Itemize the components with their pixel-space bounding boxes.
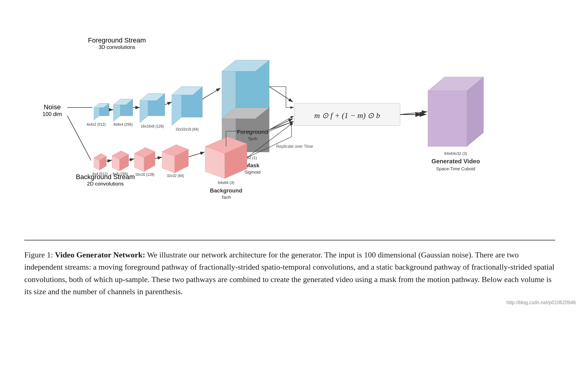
svg-text:Generated Video: Generated Video (431, 158, 480, 165)
svg-line-86 (400, 112, 427, 114)
svg-text:4x4x2 (512): 4x4x2 (512) (86, 122, 106, 127)
svg-line-72 (188, 152, 204, 157)
svg-line-66 (269, 87, 293, 102)
svg-text:Mask: Mask (245, 162, 260, 168)
svg-line-71 (155, 157, 162, 158)
svg-line-67 (269, 119, 293, 130)
svg-text:16x16 (128): 16x16 (128) (135, 172, 154, 177)
svg-text:32x32 (64): 32x32 (64) (167, 174, 184, 178)
watermark: http://blog.csdn.net/p010620946 (506, 300, 576, 305)
caption-area: Figure 1: Video Generator Network: We il… (24, 240, 555, 298)
svg-line-69 (106, 160, 112, 162)
svg-text:Tanh: Tanh (248, 136, 257, 141)
svg-text:64x64x32 (3): 64x64x32 (3) (444, 151, 467, 156)
svg-text:Background: Background (210, 187, 242, 194)
figure-title-bold: Video Generator Network: (55, 250, 145, 259)
svg-text:Replicate over Time: Replicate over Time (276, 144, 313, 149)
figure-label: Figure 1: (24, 250, 53, 259)
svg-text:4x4 (512): 4x4 (512) (92, 172, 107, 176)
svg-text:Sigmoid: Sigmoid (245, 170, 261, 175)
svg-text:Tanh: Tanh (221, 195, 231, 200)
svg-text:8x8x4 (256): 8x8x4 (256) (113, 122, 133, 127)
svg-line-65 (202, 88, 221, 99)
caption-text: Figure 1: Video Generator Network: We il… (24, 249, 555, 298)
svg-text:16x16x8 (128): 16x16x8 (128) (141, 124, 164, 128)
svg-text:64x64 (3): 64x64 (3) (218, 180, 234, 185)
svg-text:Space-Time Cuboid: Space-Time Cuboid (436, 166, 475, 171)
svg-text:8x8 (256): 8x8 (256) (113, 172, 128, 176)
svg-text:32x32x16 (64): 32x32x16 (64) (176, 127, 199, 131)
diagram-svg: 4x4x2 (512) 8x8x4 (256) 16x16x8 (128) 32… (24, 12, 564, 231)
svg-line-70 (129, 159, 134, 160)
svg-marker-55 (428, 91, 467, 146)
svg-text:Foreground: Foreground (237, 129, 268, 135)
diagram-area: Noise 100 dim Foreground Stream 3D convo… (24, 12, 564, 231)
svg-line-64 (165, 102, 172, 105)
main-container: Noise 100 dim Foreground Stream 3D convo… (0, 0, 588, 310)
svg-text:m ⊙ f + (1 − m) ⊙ b: m ⊙ f + (1 − m) ⊙ b (314, 111, 380, 120)
